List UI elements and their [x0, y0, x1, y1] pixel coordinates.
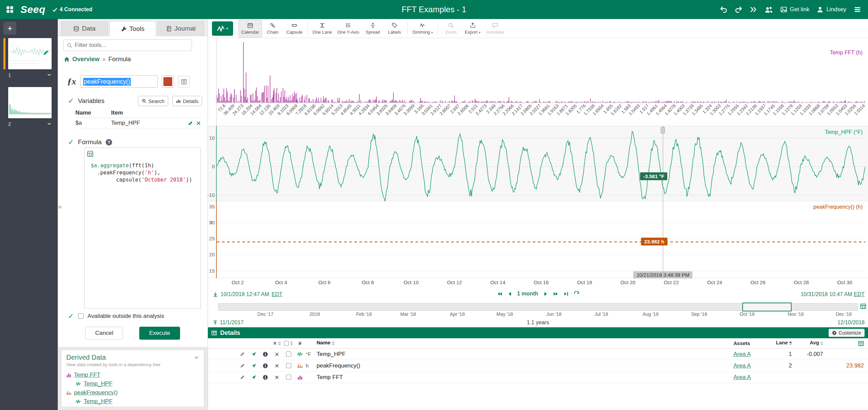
- trend-arrow-icon[interactable]: [248, 375, 260, 380]
- details-row[interactable]: Temp FFTArea A: [208, 372, 868, 383]
- investigate-start[interactable]: 11/1/2017: [213, 320, 244, 326]
- timeline-options-icon[interactable]: [860, 303, 866, 309]
- investigate-end[interactable]: 12/10/2018: [837, 320, 865, 326]
- user-menu[interactable]: Lindsey: [817, 6, 846, 13]
- help-icon[interactable]: ?: [106, 139, 112, 146]
- remove-variable-icon[interactable]: [196, 121, 201, 125]
- edit-pencil-icon[interactable]: [236, 363, 248, 368]
- derived-tree-item[interactable]: peakFrequency(): [66, 388, 199, 397]
- trend-arrow-icon[interactable]: [248, 363, 260, 368]
- toolbar-button-chain[interactable]: Chain: [262, 20, 284, 37]
- series-name[interactable]: peakFrequency(): [317, 362, 733, 369]
- users-icon[interactable]: [765, 5, 773, 14]
- collapse-main-handle[interactable]: «: [209, 218, 213, 226]
- row-checkbox[interactable]: [283, 352, 294, 357]
- derived-tree-item[interactable]: Temp_HPF: [76, 379, 199, 388]
- worksheet-2-meta[interactable]: 2: [8, 120, 52, 128]
- edit-variable-icon[interactable]: [188, 121, 193, 126]
- worksheet-thumbnail-1[interactable]: [8, 38, 52, 69]
- name-header[interactable]: Name: [317, 340, 733, 346]
- formula-code[interactable]: $a.aggregate(fft(1h) .peakFrequency('h')…: [91, 162, 198, 184]
- apps-grid-icon[interactable]: [6, 6, 14, 13]
- execute-button[interactable]: Execute: [139, 327, 180, 340]
- step-back-icon[interactable]: [497, 291, 502, 297]
- filter-tools-search[interactable]: [63, 39, 192, 51]
- worksheet-thumbnail-2[interactable]: [8, 87, 52, 118]
- tab-journal[interactable]: Journal: [157, 21, 204, 36]
- breadcrumb-overview-link[interactable]: Overview: [72, 56, 100, 63]
- derived-tree-item[interactable]: Temp FFT: [66, 371, 199, 379]
- formula-name-input[interactable]: peakFrequency(): [80, 75, 158, 88]
- redo-icon[interactable]: [735, 6, 742, 13]
- cursor-line[interactable]: [663, 126, 663, 278]
- variable-details-button[interactable]: Details: [172, 96, 202, 106]
- details-row[interactable]: °FTemp_HPFArea A1-0.007: [208, 348, 868, 360]
- toolbar-button-one-lane[interactable]: One Lane: [310, 20, 335, 37]
- color-swatch-button[interactable]: [162, 75, 174, 88]
- series-name[interactable]: Temp_HPF: [317, 351, 733, 358]
- fft-chart[interactable]: 072.836.40924.27318.20414.56412.13610.40…: [217, 38, 865, 126]
- tab-tools[interactable]: Tools: [109, 21, 156, 36]
- toolbar-button-one-y-axis[interactable]: One Y-Axis: [335, 20, 362, 37]
- tab-data[interactable]: Data: [61, 21, 108, 36]
- forward-all-icon[interactable]: [750, 6, 757, 13]
- toolbar-button-labels[interactable]: Labels: [384, 20, 405, 37]
- refresh-icon[interactable]: [574, 291, 579, 296]
- info-icon[interactable]: [260, 375, 271, 380]
- info-icon[interactable]: [260, 363, 271, 369]
- collapse-derived-icon[interactable]: [194, 355, 199, 360]
- expand-editor-button[interactable]: [178, 76, 190, 87]
- range-duration[interactable]: 1 month: [517, 291, 538, 297]
- toolbar-button-calendar[interactable]: Calendar: [238, 20, 262, 37]
- avg-header[interactable]: Avg: [792, 340, 823, 346]
- step-next-icon[interactable]: [543, 291, 548, 296]
- timeline-selection[interactable]: [742, 303, 792, 311]
- derived-tree-item[interactable]: Temp_HPF: [76, 397, 199, 406]
- cursor-handle[interactable]: [661, 127, 665, 134]
- undo-icon[interactable]: [720, 6, 727, 13]
- snippet-icon[interactable]: [87, 151, 93, 157]
- variable-search-button[interactable]: Search: [138, 96, 169, 106]
- toolbar-button-capsule[interactable]: Capsule: [284, 20, 305, 37]
- lane-header[interactable]: Lane: [774, 340, 792, 346]
- step-to-end-icon[interactable]: [563, 291, 569, 297]
- remove-icon[interactable]: [271, 352, 283, 356]
- trend-arrow-icon[interactable]: [248, 352, 260, 357]
- get-link-button[interactable]: Get link: [780, 6, 810, 13]
- step-forward-icon[interactable]: [553, 291, 559, 297]
- step-previous-icon[interactable]: [507, 291, 512, 296]
- worksheet-1-meta[interactable]: 1: [8, 71, 52, 79]
- remove-icon[interactable]: [271, 375, 283, 379]
- toolbar-button-spread[interactable]: Spread: [362, 20, 384, 37]
- available-outside-checkbox[interactable]: [78, 313, 84, 319]
- remove-icon[interactable]: [271, 364, 283, 368]
- formula-code-editor[interactable]: $a.aggregate(fft(1h) .peakFrequency('h')…: [84, 148, 201, 309]
- connected-status[interactable]: 4 Connected: [52, 6, 92, 13]
- select-all-header[interactable]: [283, 340, 294, 347]
- range-end[interactable]: 10/31/2018 10:47 AM EDT: [800, 291, 865, 297]
- edit-pencil-icon[interactable]: [236, 352, 248, 357]
- cancel-button[interactable]: Cancel: [85, 327, 123, 340]
- range-start[interactable]: 10/1/2018 12:47 AMEDT: [213, 291, 282, 297]
- edit-pencil-icon[interactable]: [236, 375, 248, 380]
- number-header[interactable]: #: [294, 340, 306, 346]
- chart-area[interactable]: 072.836.40924.27318.20414.56412.13610.40…: [208, 38, 868, 290]
- remove-all-header[interactable]: ✕: [271, 340, 283, 347]
- timeline-scrubber[interactable]: [218, 303, 858, 311]
- home-icon[interactable]: [64, 56, 70, 62]
- details-row[interactable]: hpeakFrequency()Area A223.982: [208, 360, 868, 372]
- temp-hpf-chart[interactable]: [217, 126, 865, 201]
- chevron-down-icon[interactable]: [47, 72, 52, 77]
- customize-button[interactable]: Customize: [829, 329, 865, 337]
- peak-frequency-chart[interactable]: [217, 201, 865, 278]
- assets-header[interactable]: Assets: [733, 340, 774, 346]
- hamburger-menu-icon[interactable]: [854, 6, 861, 13]
- row-checkbox[interactable]: [283, 375, 294, 380]
- chevron-down-icon[interactable]: [47, 121, 52, 126]
- collapse-panel-handle[interactable]: «: [58, 203, 62, 210]
- add-worksheet-button[interactable]: +: [3, 22, 16, 35]
- toolbar-button-dimming[interactable]: Dimming ▾: [410, 20, 436, 37]
- series-name[interactable]: Temp FFT: [317, 374, 733, 381]
- row-checkbox[interactable]: [283, 363, 294, 368]
- filter-tools-input[interactable]: [75, 42, 188, 49]
